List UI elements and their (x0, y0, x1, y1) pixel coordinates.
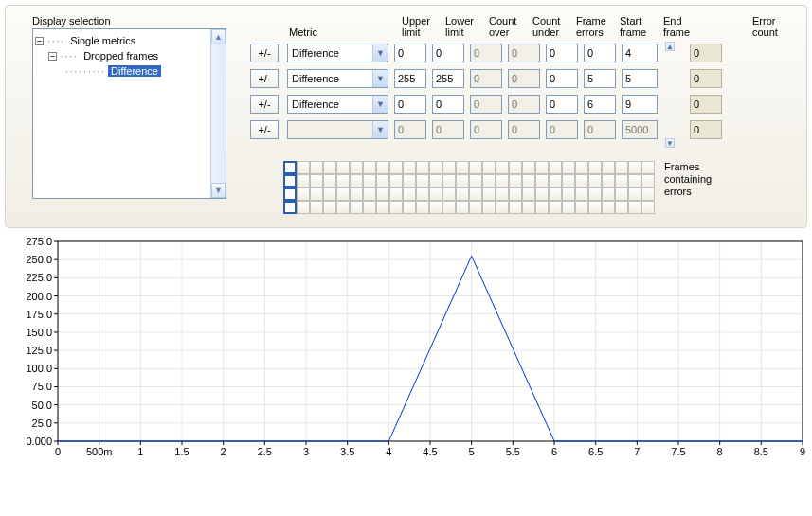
add-remove-button[interactable]: +/- (250, 44, 279, 62)
frame-cell[interactable] (442, 201, 456, 214)
frame-cell[interactable] (549, 161, 562, 174)
frame-cell[interactable] (522, 201, 535, 214)
frame-cell[interactable] (602, 174, 615, 187)
frame-cell[interactable] (641, 201, 655, 214)
spin-up-icon[interactable]: ▲ (665, 42, 675, 51)
frame-cell[interactable] (588, 187, 602, 201)
frame-cell[interactable] (588, 174, 602, 187)
frame-cell[interactable] (615, 187, 628, 201)
frame-cell[interactable] (535, 187, 549, 201)
frame-cell[interactable] (469, 187, 482, 201)
frame-cell[interactable] (469, 161, 482, 174)
frame-row-selector[interactable] (283, 161, 297, 174)
frame-cell[interactable] (549, 187, 562, 201)
lower-limit-input[interactable]: 0 (432, 44, 464, 62)
frame-cell[interactable] (297, 201, 310, 214)
frame-cell[interactable] (376, 187, 389, 201)
frame-cell[interactable] (350, 187, 363, 201)
frame-cell[interactable] (350, 161, 363, 174)
frame-cell[interactable] (363, 161, 376, 174)
frame-cell[interactable] (628, 174, 641, 187)
tree-node-leaf[interactable]: ········· Difference (65, 63, 224, 79)
expander-icon[interactable]: − (35, 37, 44, 45)
frame-cell[interactable] (509, 187, 522, 201)
frame-cell[interactable] (429, 161, 442, 174)
scroll-up-icon[interactable]: ▲ (211, 29, 226, 44)
frame-cell[interactable] (456, 174, 469, 187)
frame-cell[interactable] (549, 201, 562, 214)
start-frame-input[interactable]: 0 (584, 44, 616, 62)
frame-cell[interactable] (403, 201, 416, 214)
chevron-down-icon[interactable]: ▼ (372, 70, 388, 87)
add-remove-button[interactable]: +/- (250, 95, 279, 114)
frame-cell[interactable] (562, 201, 575, 214)
end-frame-input[interactable]: 9 (622, 95, 658, 114)
frame-cell[interactable] (628, 187, 641, 201)
frame-cell[interactable] (363, 201, 376, 214)
frame-cell[interactable] (641, 174, 655, 187)
frame-cell[interactable] (549, 174, 562, 187)
upper-limit-input[interactable]: 255 (394, 69, 426, 88)
frame-cell[interactable] (575, 174, 588, 187)
frame-cell[interactable] (323, 201, 336, 214)
frame-cell[interactable] (456, 201, 469, 214)
frame-cell[interactable] (628, 201, 641, 214)
frame-cell[interactable] (389, 161, 403, 174)
frame-cell[interactable] (416, 174, 429, 187)
frame-cell[interactable] (442, 187, 456, 201)
chevron-down-icon[interactable]: ▼ (372, 44, 388, 62)
frame-cell[interactable] (496, 161, 509, 174)
frame-cell[interactable] (310, 174, 323, 187)
tree-node-child[interactable]: − ···· Dropped frames (48, 48, 224, 63)
lower-limit-input[interactable]: 0 (432, 95, 464, 114)
frame-errors-input[interactable]: 0 (546, 95, 578, 114)
frame-cell[interactable] (403, 187, 416, 201)
frame-cell[interactable] (336, 201, 350, 214)
frame-cell[interactable] (336, 161, 350, 174)
frame-cell[interactable] (575, 187, 588, 201)
metric-select[interactable]: Difference▼ (287, 44, 388, 62)
frame-cell[interactable] (535, 161, 549, 174)
frame-cell[interactable] (429, 187, 442, 201)
tree-node-root[interactable]: − ···· Single metrics (35, 33, 224, 48)
frame-cell[interactable] (456, 187, 469, 201)
frame-cell[interactable] (297, 161, 310, 174)
frame-cell[interactable] (602, 187, 615, 201)
add-remove-button[interactable]: +/- (250, 69, 279, 88)
expander-icon[interactable]: − (48, 52, 57, 61)
frame-cell[interactable] (429, 201, 442, 214)
frame-cell[interactable] (363, 187, 376, 201)
frame-cell[interactable] (469, 174, 482, 187)
frame-cell[interactable] (376, 161, 389, 174)
frame-cell[interactable] (615, 201, 628, 214)
frame-cell[interactable] (562, 187, 575, 201)
frame-cell[interactable] (297, 174, 310, 187)
frame-cell[interactable] (350, 174, 363, 187)
frame-cell[interactable] (522, 174, 535, 187)
frame-cell[interactable] (482, 174, 496, 187)
frame-cell[interactable] (389, 174, 403, 187)
frame-cell[interactable] (350, 201, 363, 214)
upper-limit-input[interactable]: 0 (394, 95, 426, 114)
metric-select[interactable]: Difference▼ (287, 69, 388, 88)
frame-cell[interactable] (336, 174, 350, 187)
frame-cell[interactable] (535, 174, 549, 187)
frame-cell[interactable] (575, 161, 588, 174)
frame-cell[interactable] (588, 201, 602, 214)
frame-cell[interactable] (522, 161, 535, 174)
frame-cell[interactable] (310, 201, 323, 214)
frame-row-selector[interactable] (283, 187, 297, 201)
frame-cell[interactable] (323, 187, 336, 201)
frame-cell[interactable] (562, 161, 575, 174)
frame-cell[interactable] (456, 161, 469, 174)
lower-limit-input[interactable]: 255 (432, 69, 464, 88)
frame-cell[interactable] (310, 161, 323, 174)
frame-cell[interactable] (429, 174, 442, 187)
end-frame-input[interactable]: 5 (622, 69, 658, 88)
frame-cell[interactable] (641, 187, 655, 201)
frame-cell[interactable] (482, 161, 496, 174)
frame-cell[interactable] (376, 174, 389, 187)
spin-down-icon[interactable]: ▼ (665, 138, 675, 148)
frame-cell[interactable] (628, 161, 641, 174)
frame-cell[interactable] (389, 187, 403, 201)
